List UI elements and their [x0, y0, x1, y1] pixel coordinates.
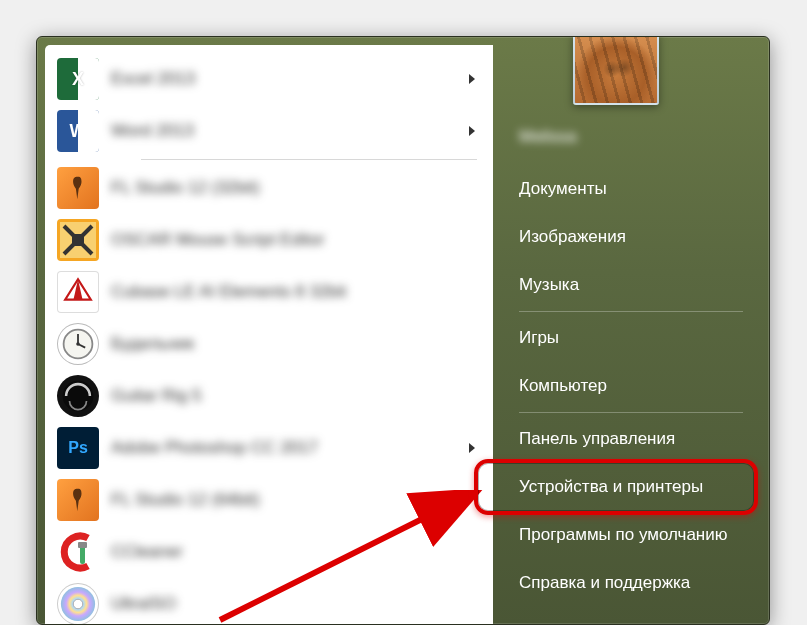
- program-ccleaner[interactable]: CCleaner: [51, 526, 487, 578]
- chevron-right-icon: [469, 443, 475, 453]
- program-label: CCleaner: [111, 542, 481, 562]
- right-item-default-programs[interactable]: Программы по умолчанию: [519, 511, 753, 559]
- program-alarm[interactable]: Будильник: [51, 318, 487, 370]
- avatar: [575, 36, 657, 103]
- program-label: FL Studio 12 (32bit): [111, 178, 481, 198]
- program-guitarrig[interactable]: Guitar Rig 5: [51, 370, 487, 422]
- program-word[interactable]: W Word 2013: [51, 105, 487, 157]
- right-item-games[interactable]: Игры: [519, 314, 753, 362]
- chevron-right-icon: [469, 74, 475, 84]
- excel-icon: X: [57, 58, 99, 100]
- program-flstudio-64[interactable]: FL Studio 12 (64bit): [51, 474, 487, 526]
- right-item-control-panel[interactable]: Панель управления: [519, 415, 753, 463]
- program-ultraiso[interactable]: UltraISO: [51, 578, 487, 625]
- svg-point-12: [73, 599, 83, 609]
- program-flstudio-32[interactable]: FL Studio 12 (32bit): [51, 162, 487, 214]
- program-label: OSCAR Mouse Script Editor: [111, 230, 481, 250]
- program-label: Excel 2013: [111, 69, 469, 89]
- programs-panel: X Excel 2013 W Word 2013 FL Studio 12 (3…: [45, 45, 493, 625]
- program-label: Будильник: [111, 334, 481, 354]
- flstudio-icon: [57, 167, 99, 209]
- divider: [141, 159, 477, 160]
- right-item-pictures[interactable]: Изображения: [519, 213, 753, 261]
- word-icon: W: [57, 110, 99, 152]
- ultraiso-icon: [57, 583, 99, 625]
- program-cubase[interactable]: Cubase LE AI Elements 8 32bit: [51, 266, 487, 318]
- right-item-help-support[interactable]: Справка и поддержка: [519, 559, 753, 607]
- program-excel[interactable]: X Excel 2013: [51, 53, 487, 105]
- user-name[interactable]: Melissa: [519, 127, 753, 147]
- divider: [519, 412, 743, 413]
- cubase-icon: [57, 271, 99, 313]
- start-menu: X Excel 2013 W Word 2013 FL Studio 12 (3…: [36, 36, 770, 625]
- right-item-computer[interactable]: Компьютер: [519, 362, 753, 410]
- svg-rect-1: [72, 234, 84, 246]
- svg-rect-10: [78, 542, 87, 548]
- alarm-clock-icon: [57, 323, 99, 365]
- right-item-devices-printers[interactable]: Устройства и принтеры: [519, 463, 753, 511]
- user-picture[interactable]: [573, 36, 659, 105]
- photoshop-icon: Ps: [57, 427, 99, 469]
- program-oscar[interactable]: OSCAR Mouse Script Editor: [51, 214, 487, 266]
- svg-point-7: [76, 342, 80, 346]
- ccleaner-icon: [57, 531, 99, 573]
- program-label: FL Studio 12 (64bit): [111, 490, 481, 510]
- program-label: Word 2013: [111, 121, 469, 141]
- program-label: Cubase LE AI Elements 8 32bit: [111, 282, 481, 302]
- right-panel: Melissa Документы Изображения Музыка Игр…: [493, 37, 769, 624]
- right-item-documents[interactable]: Документы: [519, 165, 753, 213]
- divider: [519, 311, 743, 312]
- right-item-music[interactable]: Музыка: [519, 261, 753, 309]
- oscar-icon: [57, 219, 99, 261]
- program-label: Adobe Photoshop CC 2017: [111, 438, 469, 458]
- flstudio-icon: [57, 479, 99, 521]
- svg-rect-9: [80, 546, 85, 564]
- program-label: Guitar Rig 5: [111, 386, 481, 406]
- guitar-rig-icon: [57, 375, 99, 417]
- chevron-right-icon: [469, 126, 475, 136]
- program-photoshop[interactable]: Ps Adobe Photoshop CC 2017: [51, 422, 487, 474]
- program-label: UltraISO: [111, 594, 481, 614]
